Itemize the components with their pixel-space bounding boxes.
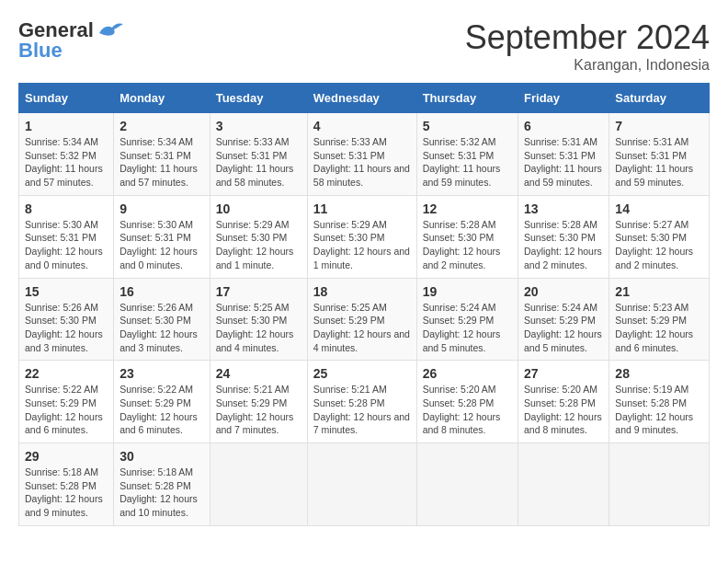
logo: General Blue — [18, 18, 125, 63]
table-row: 22Sunrise: 5:22 AMSunset: 5:29 PMDayligh… — [19, 361, 114, 443]
col-saturday: Saturday — [609, 84, 710, 113]
table-row: 11Sunrise: 5:29 AMSunset: 5:30 PMDayligh… — [307, 195, 416, 278]
table-row: 10Sunrise: 5:29 AMSunset: 5:30 PMDayligh… — [210, 195, 307, 278]
location: Karangan, Indonesia — [465, 57, 710, 74]
col-friday: Friday — [518, 84, 609, 113]
col-sunday: Sunday — [19, 84, 114, 113]
table-row: 2Sunrise: 5:34 AMSunset: 5:31 PMDaylight… — [114, 113, 210, 196]
calendar-week-row: 22Sunrise: 5:22 AMSunset: 5:29 PMDayligh… — [19, 361, 710, 443]
table-row: 15Sunrise: 5:26 AMSunset: 5:30 PMDayligh… — [19, 278, 114, 361]
table-row: 7Sunrise: 5:31 AMSunset: 5:31 PMDaylight… — [609, 113, 710, 196]
table-row: 28Sunrise: 5:19 AMSunset: 5:28 PMDayligh… — [609, 361, 710, 443]
calendar-header-row: Sunday Monday Tuesday Wednesday Thursday… — [19, 84, 710, 113]
logo-bird-icon — [96, 20, 125, 40]
calendar-table: Sunday Monday Tuesday Wednesday Thursday… — [18, 83, 710, 526]
table-row: 14Sunrise: 5:27 AMSunset: 5:30 PMDayligh… — [609, 195, 710, 278]
table-row — [609, 443, 710, 526]
calendar-week-row: 29Sunrise: 5:18 AMSunset: 5:28 PMDayligh… — [19, 443, 710, 526]
table-row: 29Sunrise: 5:18 AMSunset: 5:28 PMDayligh… — [19, 443, 114, 526]
table-row: 18Sunrise: 5:25 AMSunset: 5:29 PMDayligh… — [307, 278, 416, 361]
calendar-week-row: 1Sunrise: 5:34 AMSunset: 5:32 PMDaylight… — [19, 113, 710, 196]
table-row: 20Sunrise: 5:24 AMSunset: 5:29 PMDayligh… — [518, 278, 609, 361]
table-row: 3Sunrise: 5:33 AMSunset: 5:31 PMDaylight… — [210, 113, 307, 196]
logo-blue: Blue — [18, 39, 63, 63]
table-row: 30Sunrise: 5:18 AMSunset: 5:28 PMDayligh… — [114, 443, 210, 526]
table-row — [518, 443, 609, 526]
table-row: 27Sunrise: 5:20 AMSunset: 5:28 PMDayligh… — [518, 361, 609, 443]
col-monday: Monday — [114, 84, 210, 113]
col-thursday: Thursday — [416, 84, 518, 113]
table-row: 8Sunrise: 5:30 AMSunset: 5:31 PMDaylight… — [19, 195, 114, 278]
table-row: 9Sunrise: 5:30 AMSunset: 5:31 PMDaylight… — [114, 195, 210, 278]
table-row: 23Sunrise: 5:22 AMSunset: 5:29 PMDayligh… — [114, 361, 210, 443]
table-row — [307, 443, 416, 526]
table-row: 21Sunrise: 5:23 AMSunset: 5:29 PMDayligh… — [609, 278, 710, 361]
table-row: 25Sunrise: 5:21 AMSunset: 5:28 PMDayligh… — [307, 361, 416, 443]
col-tuesday: Tuesday — [210, 84, 307, 113]
calendar-week-row: 8Sunrise: 5:30 AMSunset: 5:31 PMDaylight… — [19, 195, 710, 278]
table-row — [416, 443, 518, 526]
calendar-week-row: 15Sunrise: 5:26 AMSunset: 5:30 PMDayligh… — [19, 278, 710, 361]
month-title: September 2024 — [465, 18, 710, 57]
table-row: 26Sunrise: 5:20 AMSunset: 5:28 PMDayligh… — [416, 361, 518, 443]
table-row — [210, 443, 307, 526]
table-row: 24Sunrise: 5:21 AMSunset: 5:29 PMDayligh… — [210, 361, 307, 443]
table-row: 16Sunrise: 5:26 AMSunset: 5:30 PMDayligh… — [114, 278, 210, 361]
table-row: 6Sunrise: 5:31 AMSunset: 5:31 PMDaylight… — [518, 113, 609, 196]
page-header: General Blue September 2024 Karangan, In… — [18, 18, 710, 74]
col-wednesday: Wednesday — [307, 84, 416, 113]
table-row: 12Sunrise: 5:28 AMSunset: 5:30 PMDayligh… — [416, 195, 518, 278]
table-row: 4Sunrise: 5:33 AMSunset: 5:31 PMDaylight… — [307, 113, 416, 196]
table-row: 19Sunrise: 5:24 AMSunset: 5:29 PMDayligh… — [416, 278, 518, 361]
table-row: 1Sunrise: 5:34 AMSunset: 5:32 PMDaylight… — [19, 113, 114, 196]
table-row: 13Sunrise: 5:28 AMSunset: 5:30 PMDayligh… — [518, 195, 609, 278]
title-section: September 2024 Karangan, Indonesia — [465, 18, 710, 74]
table-row: 17Sunrise: 5:25 AMSunset: 5:30 PMDayligh… — [210, 278, 307, 361]
table-row: 5Sunrise: 5:32 AMSunset: 5:31 PMDaylight… — [416, 113, 518, 196]
